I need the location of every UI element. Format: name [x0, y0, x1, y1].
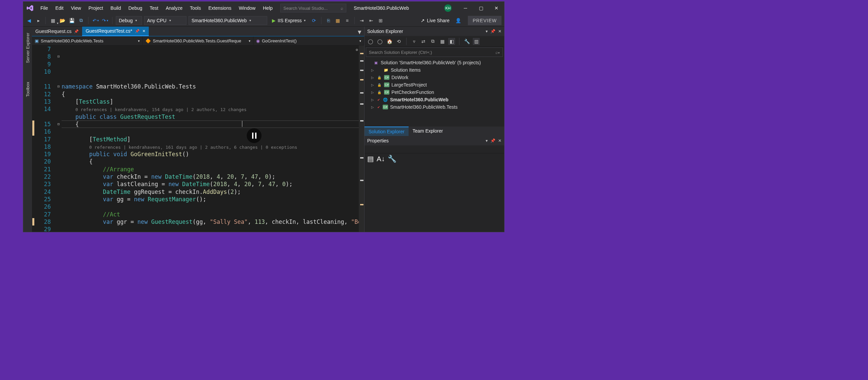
nav-back-icon[interactable]: ◀	[25, 17, 33, 24]
menu-file[interactable]: File	[37, 3, 52, 13]
project-node[interactable]: ▷✔C#SmartHotel360.PublicWeb.Tests	[365, 103, 504, 111]
lock-icon: 🔒	[377, 76, 381, 80]
menu-view[interactable]: View	[67, 3, 85, 13]
startup-project-dropdown[interactable]: SmartHotel360.PublicWeb▾	[188, 16, 267, 25]
app-title: SmartHotel360.PublicWeb	[354, 5, 409, 11]
liveshare-user-icon: 👤	[455, 18, 461, 23]
redo-icon[interactable]: ↷▾	[101, 17, 109, 24]
start-debugging-button[interactable]: ▶IIS Express▾	[269, 16, 308, 25]
expand-icon[interactable]: ▷	[371, 105, 375, 109]
se-home-icon[interactable]: 🏠	[386, 38, 393, 45]
se-properties-icon[interactable]: 🔧	[463, 38, 470, 45]
menu-tools[interactable]: Tools	[186, 3, 205, 13]
categorized-icon[interactable]: ▤	[367, 155, 374, 163]
project-node[interactable]: ▷🔒C#LargeTestProject	[365, 81, 504, 89]
overview-ruler[interactable]	[359, 45, 364, 232]
menu-edit[interactable]: Edit	[52, 3, 67, 13]
title-bar: FileEditViewProjectBuildDebugTestAnalyze…	[23, 2, 504, 14]
se-showall-icon[interactable]: ▦	[439, 38, 445, 45]
tab-overflow-icon[interactable]: ▾	[355, 28, 364, 36]
minimize-button[interactable]: ─	[458, 3, 473, 13]
solution-explorer-search[interactable]: Search Solution Explorer (Ctrl+;) ⌕▾	[366, 48, 503, 57]
nav-type-dropdown[interactable]: 🔶SmartHotel360.PublicWeb.Tests.GuestRequ…	[143, 36, 253, 45]
maximize-button[interactable]: ▢	[473, 3, 489, 13]
pin-icon[interactable]: 📌	[135, 29, 140, 33]
menu-analyze[interactable]: Analyze	[162, 3, 186, 13]
solution-explorer-toolbar: ◯ ◯ 🏠 ⟲ ▿ ⇄ ⧉ ▦ ◧ 🔧 ▥	[365, 36, 504, 47]
se-filter-icon[interactable]: ▿	[411, 38, 417, 45]
solution-tree[interactable]: ▣Solution 'SmartHotel360.PublicWeb' (5 p…	[365, 58, 504, 127]
split-view-icon[interactable]: ⊕	[356, 46, 358, 54]
lock-icon: 🔒	[377, 91, 381, 94]
rail-server-explorer[interactable]: Server Explorer	[25, 30, 31, 66]
document-tab[interactable]: GuestRequest.cs📌	[32, 27, 82, 36]
web-project-icon: 🌐	[383, 97, 388, 102]
undo-icon[interactable]: ↶▾	[92, 17, 99, 24]
pane-menu-icon[interactable]: ▾	[486, 138, 488, 143]
refresh-icon[interactable]: ⟳	[310, 17, 318, 24]
properties-object-combo[interactable]	[365, 146, 504, 154]
open-icon[interactable]: 📂	[59, 17, 66, 24]
checkout-icon: ✔	[377, 98, 380, 102]
se-fwd-icon[interactable]: ◯	[377, 38, 383, 45]
pane-menu-icon[interactable]: ▾	[486, 29, 488, 34]
se-preview-icon[interactable]: ◧	[448, 38, 455, 45]
menu-test[interactable]: Test	[146, 3, 162, 13]
liveshare-button[interactable]: ↗ Live Share 👤	[421, 18, 466, 23]
menu-help[interactable]: Help	[259, 3, 276, 13]
close-icon[interactable]: ✕	[143, 29, 145, 33]
pane-pin-icon[interactable]: 📌	[490, 29, 495, 34]
expand-icon[interactable]: ▷	[371, 98, 375, 102]
project-node[interactable]: ▷📁Solution Items	[365, 66, 504, 74]
close-button[interactable]: ✕	[489, 3, 504, 13]
rail-toolbox[interactable]: Toolbox	[25, 79, 31, 100]
pin-icon[interactable]: 📌	[74, 29, 79, 34]
step-icon[interactable]: ⇥	[358, 17, 366, 24]
toggle-icon[interactable]: ≡	[344, 17, 351, 24]
document-tab[interactable]: GuestRequestTest.cs*📌✕	[82, 27, 149, 36]
configuration-dropdown[interactable]: Debug▾	[116, 16, 142, 25]
extensions-icon[interactable]: ▦	[334, 17, 342, 24]
search-icon: ⌕▾	[495, 50, 500, 55]
expand-icon[interactable]: ▷	[371, 91, 375, 94]
menu-window[interactable]: Window	[235, 3, 259, 13]
pane-pin-icon[interactable]: 📌	[490, 138, 495, 143]
expand-icon[interactable]: ▷	[371, 68, 375, 72]
expand-icon[interactable]: ▷	[371, 76, 375, 80]
expand-icon[interactable]: ▷	[371, 83, 375, 87]
menu-extensions[interactable]: Extensions	[205, 3, 235, 13]
menu-build[interactable]: Build	[107, 3, 125, 13]
alpha-icon[interactable]: A↓	[377, 155, 385, 163]
nav-forward-icon[interactable]: ▸	[35, 17, 42, 24]
pane-tab-solution-explorer[interactable]: Solution Explorer	[365, 127, 409, 136]
se-sync2-icon[interactable]: ⇄	[420, 38, 427, 45]
pane-close-icon[interactable]: ✕	[498, 29, 501, 34]
pane-tab-team-explorer[interactable]: Team Explorer	[409, 127, 447, 136]
se-collapse-icon[interactable]: ⧉	[430, 38, 436, 45]
quick-search-input[interactable]: Search Visual Studio... ⌕	[280, 4, 346, 12]
user-avatar[interactable]: KH	[444, 4, 452, 12]
save-all-icon[interactable]: ⧉	[78, 17, 85, 24]
cs-project-icon: C#	[383, 105, 388, 109]
nav-project-dropdown[interactable]: ▣SmartHotel360.PublicWeb.Tests▾	[32, 36, 143, 45]
comment-icon[interactable]: ⊞	[377, 17, 384, 24]
browser-link-icon[interactable]: ⎘	[325, 17, 332, 24]
se-back-icon[interactable]: ◯	[367, 38, 374, 45]
se-view-icon[interactable]: ▥	[473, 38, 479, 45]
menu-debug[interactable]: Debug	[125, 3, 146, 13]
solution-node[interactable]: ▣Solution 'SmartHotel360.PublicWeb' (5 p…	[365, 59, 504, 66]
project-node[interactable]: ▷🔒C#DoWork	[365, 74, 504, 81]
pane-close-icon[interactable]: ✕	[498, 138, 501, 143]
nav-member-dropdown[interactable]: ◉GoGreenInitTest()▾	[253, 36, 364, 45]
project-node[interactable]: ▷🔒C#PetCheckerFunction	[365, 89, 504, 96]
se-sync-icon[interactable]: ⟲	[396, 38, 402, 45]
project-node[interactable]: ▷✔🌐SmartHotel360.PublicWeb	[365, 96, 504, 103]
menu-project[interactable]: Project	[85, 3, 107, 13]
platform-dropdown[interactable]: Any CPU▾	[144, 16, 186, 25]
save-icon[interactable]: 💾	[68, 17, 75, 24]
code-editor[interactable]: 7891011121314151617181920212223242526272…	[32, 45, 364, 232]
step2-icon[interactable]: ⇤	[368, 17, 375, 24]
prop-wrench-icon[interactable]: 🔧	[388, 155, 397, 163]
new-project-icon[interactable]: ▦▾	[49, 17, 57, 24]
property-grid[interactable]	[365, 164, 504, 232]
